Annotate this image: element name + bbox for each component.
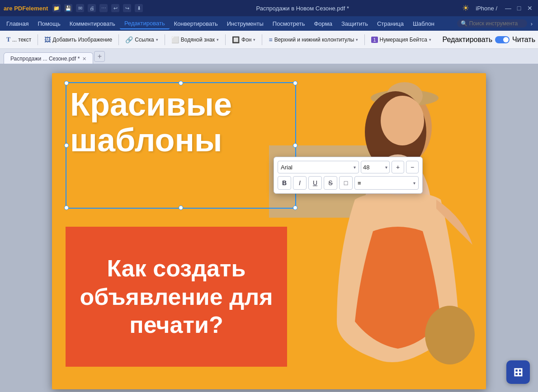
font-family-value: Arial (281, 164, 293, 171)
menu-view[interactable]: Посмотреть (268, 19, 310, 29)
svg-point-4 (381, 96, 424, 145)
font-size-chevron: ▾ (385, 165, 387, 170)
floating-toolbar: Arial ▾ 48 ▾ + − B I U S □ ≡ ▾ (274, 157, 423, 194)
iphone-breadcrumb: iPhone / (476, 5, 497, 12)
undo-icon[interactable]: ↩ (111, 4, 119, 12)
bold-button[interactable]: B (278, 176, 291, 190)
pdf-orange-box-text: Как создать объявление для печати? (67, 245, 286, 348)
font-size-value: 48 (363, 164, 369, 171)
email-icon[interactable]: ✉ (76, 4, 84, 12)
menu-bar: Главная Помощь Комментировать Редактиров… (0, 16, 538, 31)
add-text-button[interactable]: 𝐓 ... текст (3, 34, 35, 45)
watermark-button[interactable]: ⬜ Водяной знак ▾ (168, 34, 222, 45)
format-row: B I U S □ ≡ ▾ (278, 176, 419, 190)
edit-toggle-label: Редактировать (443, 36, 493, 44)
handle-bottom-left[interactable] (64, 205, 69, 210)
link-icon: 🔗 (125, 36, 133, 43)
title-bar: are PDFelement 📁 💾 ✉ 🖨 ⋯ ↩ ↪ ⬇ Распродаж… (0, 0, 538, 16)
handle-top-left[interactable] (64, 81, 69, 85)
woman-image (296, 73, 486, 389)
edit-toggle: Редактировать Читать (443, 36, 536, 44)
menu-tools[interactable]: Инструменты (222, 19, 268, 29)
color-button[interactable]: □ (339, 176, 353, 190)
strikethrough-button[interactable]: S (324, 176, 337, 190)
underline-button[interactable]: U (308, 176, 322, 190)
separator-6 (364, 34, 365, 45)
toolbar: 𝐓 ... текст 🖼 Добавить Изображение 🔗 Ссы… (0, 31, 538, 49)
save-icon[interactable]: 💾 (64, 4, 72, 12)
menu-form[interactable]: Форма (309, 19, 337, 29)
pdf-title-text: Красивые шаблоны (70, 87, 292, 158)
alignment-value: ≡ (358, 180, 361, 187)
italic-button[interactable]: I (293, 176, 307, 190)
pdf-canvas[interactable]: Красивые шаблоны PDF Как создать объявле… (52, 73, 486, 389)
background-icon: 🔲 (232, 36, 240, 43)
alignment-chevron: ▾ (413, 181, 415, 186)
tab-close-icon[interactable]: ✕ (82, 56, 86, 62)
link-button[interactable]: 🔗 Ссылка ▾ (122, 34, 161, 45)
separator-4 (225, 34, 226, 45)
pdf-orange-box[interactable]: Как создать объявление для печати? (66, 227, 287, 367)
menu-comment[interactable]: Комментировать (65, 19, 120, 29)
handle-bottom-center[interactable] (179, 205, 183, 210)
link-label: Ссылка (135, 37, 154, 43)
font-family-chevron: ▾ (354, 165, 356, 170)
increase-font-button[interactable]: + (392, 161, 404, 173)
menu-template[interactable]: Шаблон (408, 19, 439, 29)
background-button[interactable]: 🔲 Фон ▾ (228, 34, 259, 45)
menu-home[interactable]: Главная (2, 19, 33, 29)
background-label: Фон (241, 37, 251, 43)
bates-button[interactable]: 1 Нумерация Бейтса ▾ (368, 35, 435, 45)
font-family-select[interactable]: Arial ▾ (278, 161, 359, 173)
nav-arrow[interactable]: › (531, 20, 533, 27)
menu-edit[interactable]: Редактировать (120, 18, 170, 29)
font-size-select[interactable]: 48 ▾ (361, 161, 390, 173)
decrease-font-button[interactable]: − (406, 161, 419, 173)
alignment-select[interactable]: ≡ ▾ (354, 176, 419, 190)
active-tab[interactable]: Распродажи ... Сезоне.pdf * ✕ (4, 52, 93, 64)
handle-middle-left[interactable] (64, 143, 69, 148)
pdf-title-line2: шаблоны (70, 122, 292, 158)
brand-button[interactable]: ⊞ (506, 360, 530, 384)
window-title: Распродажи в Новом Сезоне.pdf * (146, 5, 459, 12)
maximize-button[interactable]: □ (514, 4, 524, 13)
more-icon[interactable]: ⋯ (99, 4, 108, 12)
toolbar-right: Редактировать Читать (443, 36, 536, 44)
add-image-button[interactable]: 🖼 Добавить Изображение (41, 34, 116, 45)
print-icon[interactable]: 🖨 (88, 4, 96, 12)
read-label: Читать (512, 36, 535, 44)
bookmark-icon[interactable]: ⬇ (135, 4, 143, 12)
add-tab-button[interactable]: + (94, 51, 105, 62)
pdf-title-line1: Красивые (70, 87, 292, 122)
svg-point-6 (425, 306, 475, 364)
bates-label: Нумерация Бейтса (380, 37, 428, 43)
header-footer-label: Верхний и нижний колонтитулы (274, 37, 354, 43)
menu-search-box[interactable]: 🔍 (457, 19, 527, 28)
woman-svg (301, 73, 481, 389)
add-image-label: Добавить Изображение (52, 37, 112, 43)
separator-3 (165, 34, 165, 45)
watermark-label: Водяной знак (181, 37, 215, 43)
toggle-switch[interactable] (495, 36, 510, 43)
brand-icon: ⊞ (513, 365, 523, 379)
close-button[interactable]: ✕ (525, 4, 534, 13)
redo-icon[interactable]: ↪ (123, 4, 131, 12)
add-text-label: ... текст (12, 37, 31, 43)
theme-icon[interactable]: ☀ (462, 3, 469, 13)
menu-page[interactable]: Страница (373, 19, 408, 29)
tabs-bar: Распродажи ... Сезоне.pdf * ✕ + (0, 49, 538, 64)
menu-protect[interactable]: Защитить (337, 19, 373, 29)
canvas-area: Красивые шаблоны PDF Как создать объявле… (0, 64, 538, 392)
handle-top-center[interactable] (179, 81, 183, 85)
menu-help[interactable]: Помощь (33, 19, 65, 29)
watermark-icon: ⬜ (171, 36, 179, 43)
file-icon[interactable]: 📁 (52, 4, 61, 12)
text-icon: 𝐓 (6, 36, 10, 43)
search-input[interactable] (469, 20, 524, 27)
window-controls: — □ ✕ (504, 4, 534, 13)
minimize-button[interactable]: — (504, 4, 513, 13)
tab-title: Распродажи ... Сезоне.pdf * (10, 56, 80, 62)
header-footer-button[interactable]: ≡ Верхний и нижний колонтитулы ▾ (265, 34, 362, 45)
title-bar-icons: 📁 💾 ✉ 🖨 ⋯ ↩ ↪ ⬇ (52, 4, 143, 12)
menu-convert[interactable]: Конвертировать (170, 19, 222, 29)
